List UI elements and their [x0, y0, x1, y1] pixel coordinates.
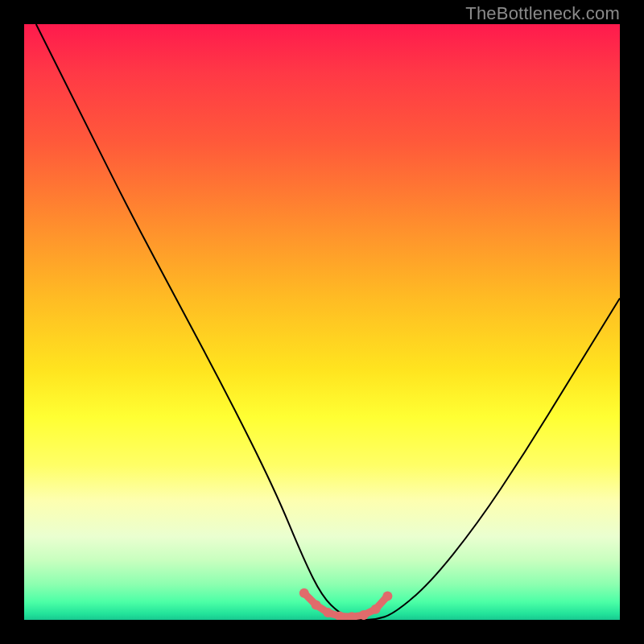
bottleneck-curve-path — [36, 24, 620, 620]
trough-marker-dot — [382, 591, 392, 601]
trough-marker-dot — [299, 588, 309, 598]
trough-marker-dot — [312, 601, 321, 610]
trough-marker-dot — [371, 605, 381, 614]
trough-marker-dot — [359, 610, 369, 620]
plot-area — [24, 24, 620, 620]
trough-marker-layer — [299, 588, 393, 620]
watermark-text: TheBottleneck.com — [465, 3, 620, 24]
chart-svg — [24, 24, 620, 620]
trough-marker-dot — [323, 608, 332, 617]
chart-frame: TheBottleneck.com — [0, 0, 644, 644]
curve-layer — [36, 24, 620, 620]
